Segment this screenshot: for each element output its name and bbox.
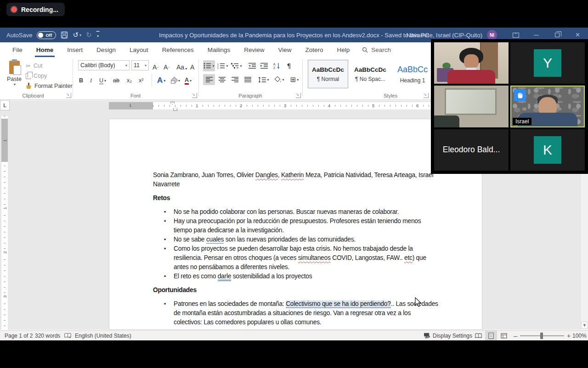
person-sweater — [447, 70, 495, 84]
align-left-button[interactable] — [203, 74, 215, 85]
line-spacing-button[interactable]: ▾ — [256, 74, 271, 85]
participant-tile-israel[interactable]: Israel — [510, 86, 585, 127]
numbering-dropdown-icon: ▾ — [226, 64, 228, 68]
misspelled-word: Katherin — [281, 172, 304, 178]
shrink-font-button[interactable]: Aˇ — [164, 61, 170, 71]
tab-file[interactable]: File — [6, 42, 29, 58]
text-run: Sonia Zambrano, Juan Torres, Olivier — [153, 172, 255, 178]
styles-dialog-launcher[interactable]: ↘ — [424, 93, 429, 98]
page-indicator[interactable]: Page 1 of 2 — [5, 331, 33, 340]
shrink-font-caret-icon: ˇ — [168, 66, 170, 71]
web-layout-button[interactable] — [498, 331, 510, 340]
change-case-button[interactable]: Aa▾ — [176, 61, 187, 71]
customize-qat-chevron-icon: ▾ — [97, 35, 99, 37]
show-marks-button[interactable]: ¶ — [283, 60, 295, 71]
style-sample: AaBbCc — [397, 65, 428, 75]
proofing-status-button[interactable] — [64, 331, 71, 340]
zoom-slider-thumb[interactable] — [540, 333, 543, 339]
tab-review[interactable]: Review — [237, 42, 271, 58]
style-label: ¶ No Spac... — [355, 76, 385, 82]
clipboard-dialog-launcher[interactable]: ↘ — [66, 93, 71, 98]
shading-button[interactable]: ▾ — [272, 74, 287, 85]
grow-font-button[interactable]: Aˆ — [153, 61, 158, 71]
display-settings-button[interactable]: Display Settings — [424, 331, 472, 340]
bullets-button[interactable]: ▾ — [203, 60, 215, 71]
undo-button[interactable]: ↺▾ — [73, 31, 81, 39]
word-count[interactable]: 320 words — [35, 331, 60, 340]
borders-button[interactable]: ⊞ ▾ — [288, 74, 301, 85]
align-center-button[interactable] — [216, 74, 228, 85]
cut-button[interactable]: ✂ Cut — [26, 61, 42, 70]
language-indicator[interactable]: English (United States) — [75, 331, 131, 340]
font-color-button[interactable]: A ▾ — [185, 75, 192, 86]
font-size-combobox[interactable]: 11 ▾ — [131, 60, 149, 70]
grammar-suggestion-phrase[interactable]: Colectivismo que se ha ido perdiendo? — [286, 300, 391, 308]
initial-square: Y — [534, 49, 561, 77]
bullet-glyph: • — [163, 299, 174, 327]
account-name[interactable]: Navarrete, Israel (CIP-Quito) — [407, 32, 482, 39]
highlight-button[interactable]: ▾ — [171, 75, 180, 86]
text-effects-button[interactable]: A ▾ — [157, 75, 165, 86]
font-group-label: Font — [108, 93, 163, 98]
subscript-button[interactable]: x₂ — [127, 75, 132, 86]
tab-zotero[interactable]: Zotero — [299, 42, 330, 58]
strikethrough-button[interactable]: ab — [113, 75, 119, 86]
tab-insert[interactable]: Insert — [60, 42, 90, 58]
align-right-button[interactable] — [229, 74, 241, 85]
change-case-label: Aa — [176, 63, 184, 71]
participant-tile-eleodoro[interactable]: Eleodoro Bald... — [434, 129, 509, 171]
format-painter-button[interactable]: Format Painter — [26, 81, 73, 91]
hanging-indent-marker[interactable] — [173, 106, 177, 111]
tab-references[interactable]: References — [155, 42, 201, 58]
style-normal[interactable]: AaBbCcDc ¶ Normal — [308, 60, 348, 88]
participant-tile-initial-k[interactable]: K — [510, 129, 585, 171]
superscript-button[interactable]: x² — [139, 75, 143, 86]
small-separator — [152, 74, 152, 86]
font-family-combobox[interactable]: Calibri (Body) ▾ — [78, 60, 130, 70]
underline-button[interactable]: U ▾ — [99, 75, 106, 86]
participant-tile-video-1[interactable] — [434, 42, 509, 84]
decrease-indent-button[interactable] — [246, 60, 258, 71]
first-line-indent-marker[interactable] — [170, 102, 175, 105]
participant-tile-initial-y[interactable]: Y — [510, 42, 585, 84]
scroll-down-button[interactable]: ▼ — [581, 322, 588, 329]
italic-button[interactable]: I — [90, 75, 92, 86]
numbering-button[interactable]: 1 2 3 ▾ — [217, 60, 229, 71]
paragraph-dialog-launcher[interactable]: ↘ — [296, 93, 301, 98]
tab-selector[interactable]: L — [0, 100, 10, 110]
customize-qat-button[interactable]: ▔ ▾ — [96, 33, 100, 37]
tab-layout[interactable]: Layout — [123, 42, 155, 58]
tab-view[interactable]: View — [271, 42, 298, 58]
tab-mailings[interactable]: Mailings — [201, 42, 237, 58]
style-heading-1[interactable]: AaBbCc Heading 1 — [392, 60, 433, 88]
participant-tile-video-2[interactable] — [434, 86, 509, 127]
multilevel-list-button[interactable]: ▾ — [231, 60, 243, 71]
ruler-number: 5 — [371, 103, 376, 108]
autosave-toggle[interactable]: Off — [37, 31, 56, 39]
tab-help[interactable]: Help — [330, 42, 357, 58]
avatar[interactable]: NI — [487, 30, 497, 40]
paste-button[interactable]: Paste ▾ — [5, 60, 24, 95]
sort-button[interactable]: A Z — [271, 60, 283, 71]
zoom-in-button[interactable]: + — [567, 331, 571, 340]
search-box[interactable]: Search — [362, 46, 391, 53]
bold-button[interactable]: B — [79, 75, 83, 86]
read-mode-button[interactable] — [472, 331, 484, 340]
tab-design[interactable]: Design — [90, 42, 123, 58]
justify-button[interactable] — [242, 74, 254, 85]
vertical-ruler[interactable]: 1 1 2 3 — [1, 116, 8, 330]
copy-button[interactable]: Copy — [26, 71, 47, 80]
zoom-out-button[interactable]: – — [514, 331, 517, 340]
increase-indent-button[interactable] — [258, 60, 270, 71]
tab-home[interactable]: Home — [29, 42, 61, 58]
save-button[interactable] — [61, 31, 68, 39]
document-page[interactable]: Sonia Zambrano, Juan Torres, Olivier Dan… — [109, 119, 482, 330]
cut-icon: ✂ — [26, 63, 31, 69]
font-dialog-launcher[interactable]: ↘ — [192, 93, 197, 98]
style-no-spacing[interactable]: AaBbCcDc ¶ No Spac... — [350, 60, 390, 88]
redo-button[interactable]: ↻ — [86, 31, 92, 39]
print-layout-button[interactable] — [485, 331, 497, 340]
zoom-level[interactable]: 100% — [572, 331, 587, 340]
zoom-slider[interactable] — [520, 335, 564, 336]
horizontal-ruler[interactable]: 1 1 2 3 4 5 6 7 — [109, 102, 482, 109]
